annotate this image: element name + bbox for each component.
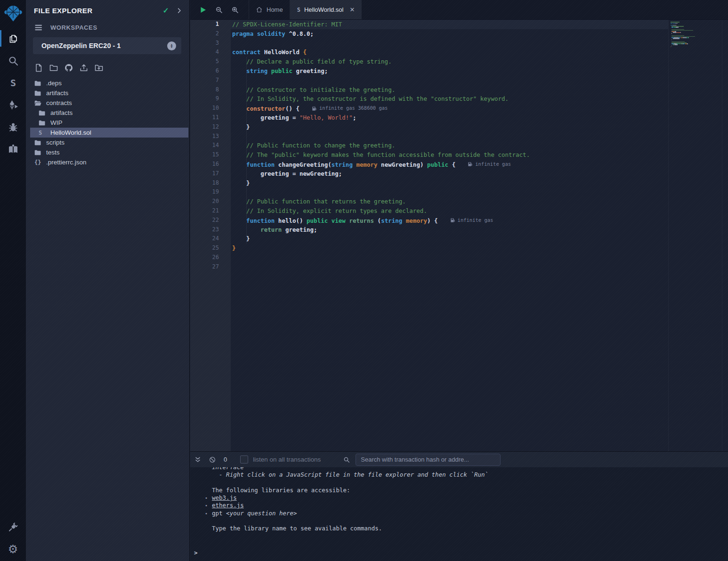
code-area[interactable]: // SPDX-License-Identifier: MITpragma so… — [231, 20, 668, 451]
line-number: 1 — [190, 20, 231, 29]
sidebar-icon-debugger[interactable] — [0, 116, 26, 138]
workspace-select[interactable]: OpenZeppelin ERC20 - 1 ▲▼ — [33, 37, 181, 54]
line-number: 19 — [190, 187, 231, 197]
folder-icon — [39, 120, 46, 126]
sidebar-icon-settings[interactable]: ⚙ — [0, 538, 26, 560]
code-line: // Declare a public field of type string… — [231, 57, 668, 66]
search-icon — [343, 456, 350, 463]
line-number: 21 — [190, 206, 231, 216]
sidebar-icon-plugin-manager[interactable] — [0, 516, 26, 538]
line-number: 9 — [190, 94, 231, 104]
line-number: 23 — [190, 225, 231, 235]
load-folder-button[interactable] — [94, 63, 104, 73]
tree-item-artifacts[interactable]: artifacts — [30, 108, 188, 118]
hamburger-menu-icon[interactable] — [34, 23, 43, 32]
tree-item-prettierrc-json[interactable]: {}.prettierrc.json — [30, 157, 188, 167]
bullet-icon: • — [205, 495, 212, 502]
terminal-output[interactable]: interface - Right click on a JavaScript … — [190, 467, 728, 561]
run-script-button[interactable] — [199, 6, 207, 14]
tree-item-deps[interactable]: .deps — [30, 78, 188, 88]
minimap[interactable] — [668, 20, 722, 451]
bullet-icon: • — [205, 510, 212, 518]
line-number: 25 — [190, 244, 231, 253]
line-number: 26 — [190, 253, 231, 262]
terminal-line — [190, 479, 728, 487]
zoom-in-button[interactable] — [231, 6, 239, 14]
zoom-out-button[interactable] — [215, 6, 223, 14]
listen-transactions-label: listen on all transactions — [253, 456, 321, 463]
zoom-out-icon — [215, 6, 223, 14]
tree-item-label: artifacts — [46, 89, 68, 97]
sidebar-icon-solidity-compiler[interactable]: S — [0, 72, 26, 94]
line-number: 24 — [190, 234, 231, 244]
code-line: // Constructor to initialize the greetin… — [231, 85, 668, 95]
tab-home[interactable]: Home — [249, 0, 290, 19]
new-file-button[interactable] — [34, 63, 43, 73]
tab-helloworld-sol[interactable]: SHelloWorld.sol✕ — [290, 0, 362, 19]
tree-item-tests[interactable]: tests — [30, 147, 188, 157]
clear-console-icon[interactable] — [209, 456, 216, 463]
terminal-link[interactable]: web3.js — [212, 494, 237, 501]
listen-transactions-checkbox[interactable] — [240, 455, 248, 463]
solidity-file-icon: S — [39, 130, 46, 136]
file-tree: .depsartifactscontractsartifactsWIPSHell… — [26, 77, 189, 167]
tree-item-label: contracts — [46, 99, 72, 106]
chevron-right-icon[interactable] — [176, 7, 183, 14]
check-icon[interactable]: ✓ — [163, 6, 169, 15]
code-line — [231, 253, 668, 262]
sidebar-icon-deploy-run[interactable] — [0, 94, 26, 116]
code-line: } — [231, 234, 668, 244]
terminal-line: The following libraries are accessible: — [190, 487, 728, 494]
terminal-line: interface — [190, 467, 728, 471]
code-line — [231, 76, 668, 85]
editor-scrollbar[interactable] — [722, 20, 728, 451]
sidebar-icon-learneth[interactable] — [0, 138, 26, 160]
terminal-line: Type the library name to see available c… — [190, 525, 728, 532]
learneth-icon — [8, 144, 19, 155]
tree-item-label: .deps — [46, 80, 62, 87]
code-line: function changeGreeting(string memory ne… — [231, 160, 668, 169]
github-icon — [64, 63, 73, 73]
file-explorer-toolbar — [26, 54, 189, 77]
folder-icon — [34, 81, 42, 86]
gas-estimate-badge: infinite gas 368600 gas — [312, 104, 388, 113]
load-folder-icon — [94, 63, 104, 73]
folder-icon — [34, 140, 42, 146]
tree-item-scripts[interactable]: scripts — [30, 138, 188, 147]
settings-icon: ⚙ — [8, 544, 18, 555]
line-number: 8 — [190, 85, 231, 95]
code-line: // In Solidity, the constructor is defin… — [231, 94, 668, 104]
tree-item-helloworld-sol[interactable]: SHelloWorld.sol — [30, 128, 188, 138]
sidebar-icon-file-explorer[interactable] — [0, 27, 26, 49]
line-number: 16 — [190, 160, 231, 169]
line-number: 20 — [190, 197, 231, 206]
line-number: 15 — [190, 150, 231, 160]
code-line: function hello() public view returns (st… — [231, 216, 668, 225]
terminal: 0 listen on all transactions interface -… — [190, 451, 728, 561]
github-button[interactable] — [64, 63, 73, 73]
tree-item-artifacts[interactable]: artifacts — [30, 88, 188, 98]
line-number: 11 — [190, 113, 231, 122]
terminal-link[interactable]: ethers.js — [212, 502, 244, 509]
editor-gutter[interactable]: 1234567891011121314151617181920212223242… — [190, 20, 231, 451]
plugin-manager-icon — [8, 521, 19, 533]
tree-item-contracts[interactable]: contracts — [30, 98, 188, 108]
folder-icon — [39, 110, 46, 116]
tree-item-wip[interactable]: WIP — [30, 118, 188, 128]
code-line: } — [231, 244, 668, 253]
bullet-icon: • — [205, 502, 212, 510]
upload-file-button[interactable] — [79, 63, 89, 73]
sidebar-icon-remix-logo[interactable] — [0, 0, 26, 27]
terminal-prompt[interactable]: > — [194, 549, 198, 556]
code-line: // Public function to change the greetin… — [231, 141, 668, 150]
close-icon[interactable]: ✕ — [350, 6, 355, 13]
gas-estimate-badge: infinite gas — [450, 216, 493, 225]
terminal-line: •web3.js — [190, 494, 728, 502]
minimap-content — [669, 20, 722, 49]
sidebar-icon-search[interactable] — [0, 49, 26, 72]
sidebar-icons-bottom: ⚙ — [0, 516, 26, 561]
new-folder-button[interactable] — [49, 63, 58, 73]
terminal-search-input[interactable] — [356, 454, 501, 466]
double-chevron-down-icon[interactable] — [194, 456, 202, 463]
code-editor[interactable]: 1234567891011121314151617181920212223242… — [190, 20, 728, 451]
